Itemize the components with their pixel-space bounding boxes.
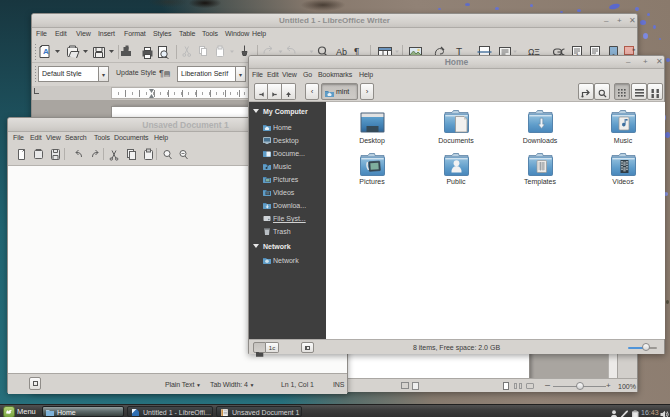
svg-text:»: » bbox=[632, 46, 636, 52]
svg-text:A: A bbox=[43, 47, 49, 56]
